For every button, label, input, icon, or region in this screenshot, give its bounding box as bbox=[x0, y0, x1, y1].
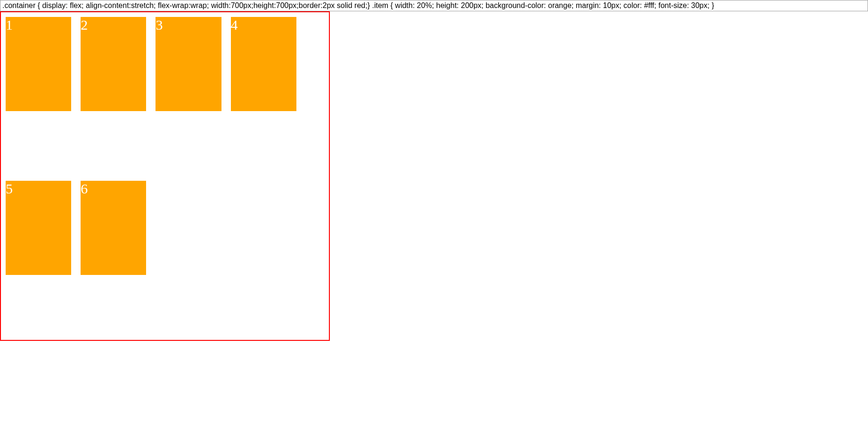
flex-item-4: 4 bbox=[231, 17, 296, 111]
flex-item-5: 5 bbox=[6, 181, 71, 275]
flex-item-1: 1 bbox=[6, 17, 71, 111]
flex-item-3: 3 bbox=[156, 17, 221, 111]
flex-container: 1 2 3 4 5 6 bbox=[0, 11, 330, 341]
flex-item-6: 6 bbox=[81, 181, 146, 275]
flex-item-2: 2 bbox=[81, 17, 146, 111]
css-input[interactable] bbox=[0, 0, 868, 11]
